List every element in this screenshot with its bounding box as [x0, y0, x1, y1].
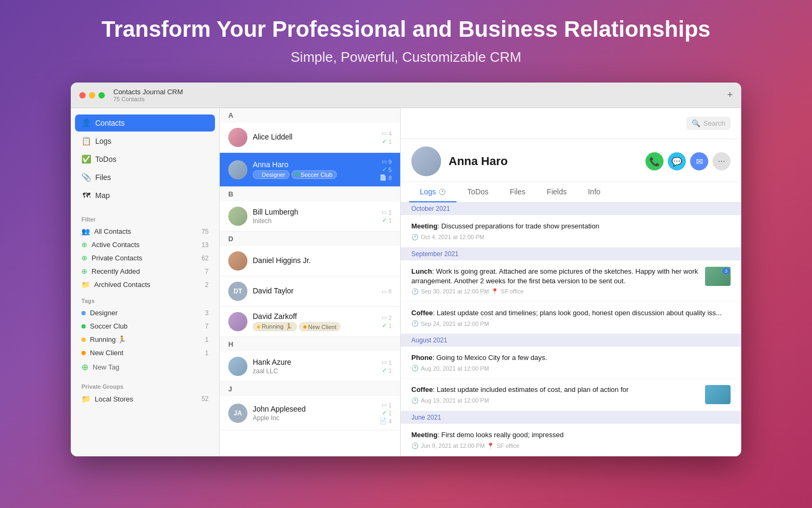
contact-item-alice[interactable]: Alice Liddell ▭4 ✓1 [220, 122, 400, 153]
contact-sub-john: Apple Inc [253, 414, 379, 422]
log-text-coffee-aug: Coffee: Latest update included estimates… [411, 385, 700, 404]
log-title-lunch-sept: Lunch: Work is going great. Attached are… [411, 267, 700, 286]
tab-fields[interactable]: Fields [536, 182, 577, 202]
phone-button[interactable]: 📞 [645, 152, 664, 170]
file-icon: 📄 [379, 174, 387, 181]
group-localstores-count: 52 [202, 395, 209, 403]
filter-private-contacts[interactable]: ⊕ Private Contacts 62 [71, 251, 219, 265]
log-date-text: Sep 24, 2021 at 12:00 PM [421, 321, 489, 327]
log-thumb-coffee-aug [705, 385, 731, 404]
sidebar-logs-label: Logs [95, 137, 111, 145]
anna-log-count: 9 [388, 159, 392, 165]
contact-name-hank: Hank Azure [253, 358, 382, 366]
filter-all-count: 75 [202, 228, 209, 235]
log-entry-meeting-june[interactable]: Meeting: First demo looks really good; i… [401, 424, 741, 456]
tags-label: Tags [71, 293, 219, 306]
recent-icon: ⊕ [81, 267, 87, 275]
filter-active-contacts[interactable]: ⊕ Active Contacts 13 [71, 238, 219, 251]
contact-item-hank[interactable]: Hank Azure zaal LLC ▭1 ✓1 [220, 351, 400, 382]
contact-item-john[interactable]: JA John Appleseed Apple Inc ▭1 ✓1 📄4 [220, 396, 400, 430]
tab-todos[interactable]: ToDos [457, 182, 499, 202]
contact-meta-alice: ▭4 ✓1 [382, 130, 392, 145]
add-contact-button[interactable]: + [727, 89, 733, 101]
dz-newclient-label: New Client [308, 324, 336, 330]
avatar-david-zarkoff [228, 312, 247, 331]
tag-running[interactable]: Running 🏃 1 [71, 333, 219, 346]
tag-new-client[interactable]: New Client 1 [71, 346, 219, 359]
contacts-icon: 👤 [81, 118, 91, 128]
sidebar-item-files[interactable]: 📎 Files [75, 169, 215, 186]
group-local-stores[interactable]: 📁 Local Stores 52 [71, 392, 219, 406]
all-contacts-icon: 👥 [81, 227, 90, 235]
tag-designer[interactable]: Designer 3 [71, 306, 219, 319]
logs-tab-clock: 🕐 [438, 189, 446, 195]
tab-files[interactable]: Files [499, 182, 536, 202]
avatar-bill [228, 207, 247, 226]
log-entry-meeting-oct[interactable]: Meeting: Discussed preparations for trad… [401, 215, 741, 247]
meta-row: 📄8 [379, 174, 392, 181]
log-month-june: June 2021 [401, 411, 741, 424]
detail-avatar [411, 146, 441, 176]
tag-soccer-label: Soccer Club [90, 322, 128, 330]
sidebar-item-logs[interactable]: 📋 Logs [75, 133, 215, 150]
log-title-coffee-aug: Coffee: Latest update included estimates… [411, 385, 700, 395]
sidebar-item-contacts[interactable]: 👤 Contacts [75, 114, 215, 132]
contact-item-bill[interactable]: Bill Lumbergh Initech ▭1 ✓1 [220, 201, 400, 232]
contact-item-anna[interactable]: Anna Haro Designer Soccer Club ▭9 [220, 153, 400, 187]
tab-info[interactable]: Info [577, 182, 611, 202]
detail-top-bar: 🔍 Search [401, 108, 741, 139]
tag-soccer-club[interactable]: Soccer Club 7 [71, 319, 219, 333]
filter-all-label: All Contacts [94, 227, 131, 235]
contact-meta-hank: ▭1 ✓1 [382, 359, 392, 374]
filter-archived-contacts[interactable]: 📁 Archived Contacts 2 [71, 278, 219, 291]
sidebar-item-map[interactable]: 🗺 Map [75, 187, 215, 203]
contact-info-bill: Bill Lumbergh Initech [253, 208, 382, 225]
contact-name-david-taylor: David Taylor [253, 286, 382, 295]
log-entry-lunch-sept[interactable]: Lunch: Work is going great. Attached are… [401, 260, 741, 302]
meta-row: ▭9 [382, 158, 392, 165]
log-entry-coffee-aug[interactable]: Coffee: Latest update included estimates… [401, 379, 741, 411]
check-icon: ✓ [382, 409, 387, 416]
message-button[interactable]: 💬 [668, 152, 686, 170]
log-month-october: October 2021 [401, 202, 741, 215]
check-icon: ✓ [382, 166, 387, 173]
private-groups-label: Private Groups [71, 379, 219, 392]
filter-all-contacts[interactable]: 👥 All Contacts 75 [71, 225, 219, 238]
log-entry-coffee-sept[interactable]: Coffee: Latest update cost and timelines… [401, 302, 741, 334]
contact-item-david-zarkoff[interactable]: David Zarkoff Running 🏃 New Client ▭2 [220, 307, 400, 337]
log-desc-coffee-sept: Latest update cost and timelines; plans … [437, 309, 722, 317]
log-text-meeting-june: Meeting: First demo looks really good; i… [411, 430, 731, 449]
log-icon: ▭ [382, 314, 387, 321]
close-button[interactable] [79, 92, 86, 99]
contact-item-daniel[interactable]: Daniel Higgins Jr. [220, 246, 400, 276]
more-button[interactable]: ··· [712, 152, 731, 170]
sidebar-item-todos[interactable]: ✅ ToDos [75, 151, 215, 168]
search-bar[interactable]: 🔍 Search [686, 117, 731, 130]
minimize-button[interactable] [89, 92, 95, 99]
contact-name-anna: Anna Haro [253, 160, 379, 169]
sidebar-nav: 👤 Contacts 📋 Logs ✅ ToDos 📎 Files 🗺 [71, 114, 219, 203]
todo-count: 1 [388, 138, 392, 145]
log-date-coffee-sept: 🕐 Sep 24, 2021 at 12:00 PM [411, 320, 731, 327]
hank-log-count: 1 [388, 359, 392, 366]
log-entry-phone-aug[interactable]: Phone: Going to Mexico City for a few da… [401, 347, 741, 379]
detail-content: October 2021 Meeting: Discussed preparat… [401, 202, 741, 456]
contact-info-john: John Appleseed Apple Inc [253, 405, 379, 422]
meta-row: ✓1 [382, 138, 392, 145]
running-dot [81, 338, 86, 342]
file-icon: 📄 [379, 417, 387, 424]
thumb-badge-lunch: 3 [723, 268, 730, 274]
title-bar: Contacts Journal CRM 75 Contacts + [71, 83, 741, 108]
contact-item-david-taylor[interactable]: DT David Taylor ▭6 [220, 276, 400, 307]
filter-archived-label: Archived Contacts [94, 281, 151, 289]
hero-title: Transform Your Professional and Business… [102, 16, 710, 43]
info-tab-label: Info [588, 187, 600, 196]
designer-tag-dot [257, 173, 260, 176]
filter-recently-added[interactable]: ⊕ Recently Added 7 [71, 265, 219, 278]
tab-logs[interactable]: Logs 🕐 [409, 182, 457, 202]
maximize-button[interactable] [98, 92, 105, 99]
mail-button[interactable]: ✉ [690, 152, 708, 170]
contact-name-bill: Bill Lumbergh [253, 208, 382, 216]
add-new-tag-button[interactable]: ⊕ New Tag [71, 359, 219, 375]
contact-info-daniel: Daniel Higgins Jr. [253, 256, 392, 266]
